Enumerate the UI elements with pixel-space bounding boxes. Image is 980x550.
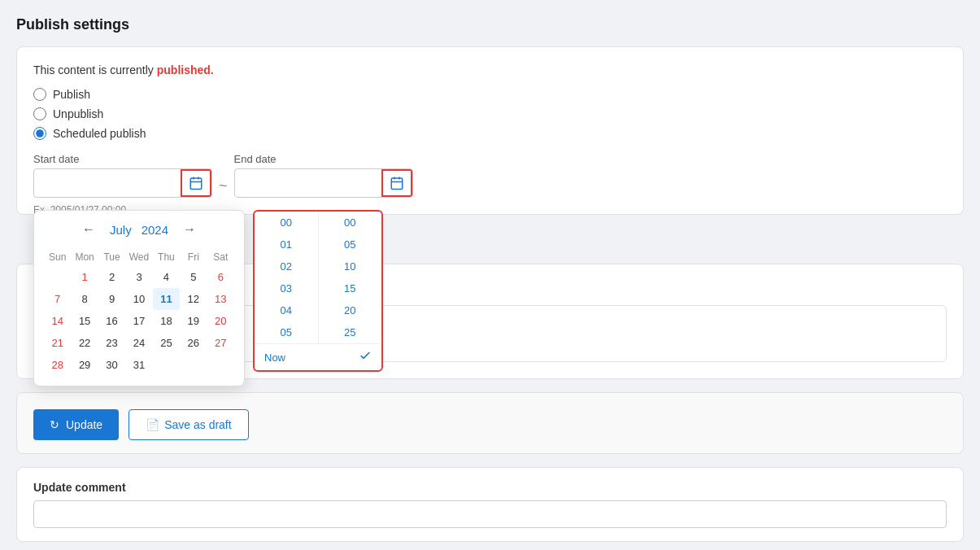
cal-day-26[interactable]: 26 — [180, 332, 207, 354]
update-comment-label: Update comment — [33, 481, 947, 494]
update-comment-card: Update comment — [16, 467, 964, 542]
cal-day-25[interactable]: 25 — [153, 332, 180, 354]
day-header-mon: Mon — [71, 248, 98, 266]
draft-icon: 📄 — [146, 418, 159, 431]
calendar-icon-end — [390, 176, 404, 190]
cal-day-4[interactable]: 4 — [153, 266, 180, 288]
hour-01[interactable]: 01 — [255, 234, 318, 255]
min-20[interactable]: 20 — [319, 299, 382, 321]
empty-day-4 — [207, 354, 234, 376]
prev-month-button[interactable]: ← — [77, 220, 100, 238]
calendar-header: ← July 2024 → — [44, 220, 234, 238]
calendar-month: July — [110, 223, 132, 237]
cal-day-11[interactable]: 11 — [153, 288, 180, 310]
cal-day-17[interactable]: 17 — [125, 310, 152, 332]
calendar-grid: Sun Mon Tue Wed Thu Fri Sat 1 2 3 4 5 6 … — [44, 248, 234, 376]
cal-day-22[interactable]: 22 — [71, 332, 98, 354]
update-comment-input[interactable] — [33, 500, 947, 528]
scheduled-label: Scheduled publish — [53, 127, 146, 140]
hours-column: 00 01 02 03 04 05 — [255, 212, 319, 343]
cal-day-21[interactable]: 21 — [44, 332, 71, 354]
day-header-tue: Tue — [98, 248, 125, 266]
publish-radio[interactable] — [33, 88, 46, 101]
cal-day-3[interactable]: 3 — [125, 266, 152, 288]
min-15[interactable]: 15 — [319, 277, 382, 299]
cal-day-15[interactable]: 15 — [71, 310, 98, 332]
cal-day-8[interactable]: 8 — [71, 288, 98, 310]
cal-day-7[interactable]: 7 — [44, 288, 71, 310]
cal-day-30[interactable]: 30 — [98, 354, 125, 376]
cal-day-20[interactable]: 20 — [207, 310, 234, 332]
date-range-tilde: ~ — [219, 177, 228, 198]
min-05[interactable]: 05 — [319, 234, 382, 255]
svg-rect-0 — [190, 178, 202, 190]
hour-03[interactable]: 03 — [255, 277, 318, 299]
next-month-button[interactable]: → — [178, 220, 201, 238]
cal-day-23[interactable]: 23 — [98, 332, 125, 354]
scheduled-radio[interactable] — [33, 127, 46, 140]
calendar-year: 2024 — [142, 223, 168, 237]
min-10[interactable]: 10 — [319, 255, 382, 277]
cal-day-28[interactable]: 28 — [44, 354, 71, 376]
empty-day — [44, 266, 71, 288]
end-date-label: End date — [234, 153, 413, 165]
publish-options: Publish Unpublish Scheduled publish — [33, 88, 947, 140]
confirm-time-button[interactable] — [359, 349, 372, 365]
cal-day-2[interactable]: 2 — [98, 266, 125, 288]
cal-day-14[interactable]: 14 — [44, 310, 71, 332]
cal-day-18[interactable]: 18 — [153, 310, 180, 332]
day-header-sat: Sat — [207, 248, 234, 266]
svg-rect-4 — [391, 178, 403, 190]
cal-day-19[interactable]: 19 — [180, 310, 207, 332]
unpublish-option[interactable]: Unpublish — [33, 107, 947, 120]
check-icon — [359, 349, 372, 362]
time-columns: 00 01 02 03 04 05 00 05 10 15 20 25 — [255, 212, 381, 343]
end-date-input-wrap — [234, 168, 413, 198]
cal-day-5[interactable]: 5 — [180, 266, 207, 288]
start-calendar-button[interactable] — [181, 169, 211, 197]
now-button[interactable]: Now — [264, 351, 285, 364]
status-text: This content is currently published. — [33, 63, 947, 76]
cal-day-29[interactable]: 29 — [71, 354, 98, 376]
update-button[interactable]: ↻ Update — [33, 409, 119, 440]
start-date-label: Start date — [33, 153, 212, 165]
unpublish-radio[interactable] — [33, 107, 46, 120]
publish-option[interactable]: Publish — [33, 88, 947, 101]
cal-day-27[interactable]: 27 — [207, 332, 234, 354]
cal-day-24[interactable]: 24 — [125, 332, 152, 354]
empty-day-2 — [153, 354, 180, 376]
update-icon: ↻ — [50, 418, 59, 431]
time-footer: Now — [255, 343, 381, 370]
end-date-input[interactable] — [235, 172, 381, 194]
day-header-wed: Wed — [125, 248, 152, 266]
cal-day-6[interactable]: 6 — [207, 266, 234, 288]
end-calendar-button[interactable] — [381, 169, 412, 197]
hour-00[interactable]: 00 — [255, 212, 318, 234]
day-header-sun: Sun — [44, 248, 71, 266]
time-picker: 00 01 02 03 04 05 00 05 10 15 20 25 Now — [253, 210, 383, 372]
cal-day-31[interactable]: 31 — [125, 354, 152, 376]
empty-day-3 — [180, 354, 207, 376]
cal-day-12[interactable]: 12 — [180, 288, 207, 310]
cal-day-13[interactable]: 13 — [207, 288, 234, 310]
scheduled-option[interactable]: Scheduled publish — [33, 127, 947, 140]
cal-day-16[interactable]: 16 — [98, 310, 125, 332]
save-draft-button[interactable]: 📄 Save as draft — [128, 409, 249, 440]
min-25[interactable]: 25 — [319, 321, 382, 343]
hour-04[interactable]: 04 — [255, 299, 318, 321]
minutes-column: 00 05 10 15 20 25 — [319, 212, 382, 343]
draft-label: Save as draft — [164, 418, 232, 431]
btn-row: ↻ Update 📄 Save as draft — [33, 409, 947, 440]
day-header-fri: Fri — [180, 248, 207, 266]
cal-day-10[interactable]: 10 — [125, 288, 152, 310]
hour-02[interactable]: 02 — [255, 255, 318, 277]
min-00[interactable]: 00 — [319, 212, 382, 234]
page-title: Publish settings — [16, 16, 964, 33]
cal-day-9[interactable]: 9 — [98, 288, 125, 310]
day-header-thu: Thu — [153, 248, 180, 266]
start-date-input[interactable] — [34, 172, 181, 194]
publish-settings-card: This content is currently published. Pub… — [16, 46, 964, 215]
hour-05[interactable]: 05 — [255, 321, 318, 343]
cal-day-1[interactable]: 1 — [71, 266, 98, 288]
date-range-row: Start date ~ End date — [33, 153, 947, 198]
